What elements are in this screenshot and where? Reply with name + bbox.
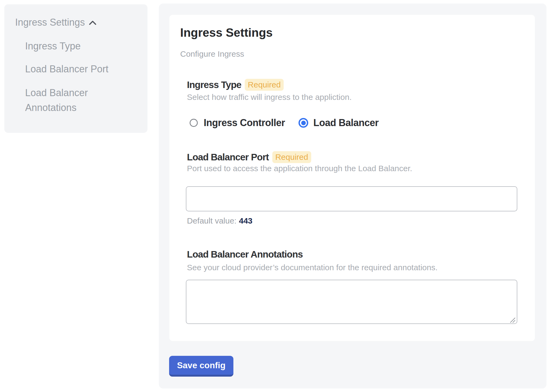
nav-item-ingress-type[interactable]: Ingress Type <box>25 40 81 52</box>
radio-option-ingress-controller[interactable]: Ingress Controller <box>190 114 285 131</box>
lb-annotations-textarea[interactable] <box>186 280 517 324</box>
default-value-label: Default value: <box>187 216 236 225</box>
default-value: 443 <box>239 216 252 225</box>
settings-nav-panel: Ingress Settings Ingress Type Load Balan… <box>4 4 147 133</box>
card-title: Ingress Settings <box>180 26 273 39</box>
nav-section-ingress-settings[interactable]: Ingress Settings <box>15 17 96 28</box>
field-desc-ingress-type: Select how traffic will ingress to the a… <box>187 93 352 102</box>
field-label-lb-port: Load Balancer Port <box>187 152 269 163</box>
chevron-up-icon <box>89 20 96 25</box>
radio-label-ingress-controller: Ingress Controller <box>204 117 285 129</box>
field-desc-lb-annotations: See your cloud provider’s documentation … <box>187 263 438 272</box>
required-badge: Required <box>245 79 284 91</box>
lb-port-input[interactable] <box>186 186 517 211</box>
ingress-type-header: Ingress Type Required <box>187 79 284 91</box>
required-badge: Required <box>272 151 311 163</box>
lb-port-header: Load Balancer Port Required <box>187 151 311 163</box>
nav-section-label: Ingress Settings <box>15 17 85 28</box>
radio-ingress-controller[interactable] <box>190 119 198 127</box>
resize-handle-icon[interactable] <box>509 317 516 324</box>
default-value-row: Default value:443 <box>187 216 253 225</box>
radio-label-load-balancer: Load Balancer <box>313 117 379 129</box>
radio-load-balancer[interactable] <box>299 118 308 128</box>
field-desc-lb-port: Port used to access the application thro… <box>187 164 412 173</box>
save-config-button[interactable]: Save config <box>169 356 233 377</box>
field-label-lb-annotations: Load Balancer Annotations <box>187 249 303 260</box>
nav-item-load-balancer-annotations[interactable]: Load Balancer Annotations <box>25 85 122 115</box>
field-label-ingress-type: Ingress Type <box>187 79 241 90</box>
lb-annotations-header: Load Balancer Annotations <box>187 249 303 260</box>
radio-option-load-balancer[interactable]: Load Balancer <box>299 114 379 131</box>
nav-item-load-balancer-port[interactable]: Load Balancer Port <box>25 63 108 75</box>
ingress-settings-card: Ingress Settings Configure Ingress Ingre… <box>169 15 535 341</box>
settings-panel: Ingress Settings Configure Ingress Ingre… <box>159 4 546 388</box>
card-subtitle: Configure Ingress <box>180 49 244 59</box>
